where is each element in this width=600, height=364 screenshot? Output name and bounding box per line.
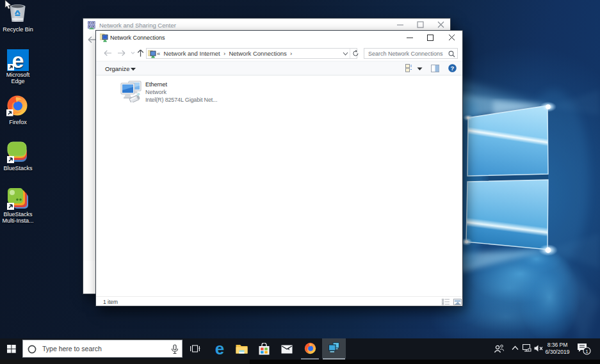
svg-text:1: 1 [585, 349, 588, 354]
svg-text:e: e [215, 341, 224, 356]
svg-text:?: ? [451, 65, 455, 72]
